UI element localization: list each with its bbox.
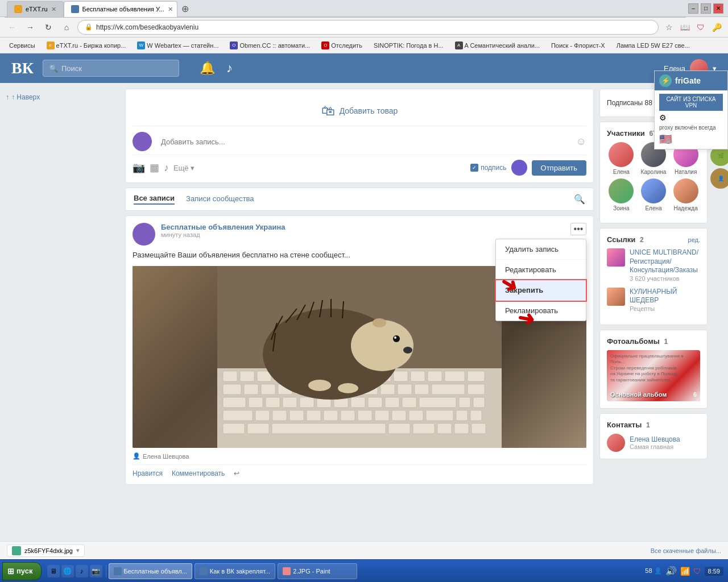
- toolbar-actions: ☆ 📖 🛡 🔑: [662, 20, 723, 34]
- post-composer: 🛍 Добавить товар ☺ 📷 ▦ ♪ Ещё ▾ ✓: [125, 89, 594, 183]
- back-to-top[interactable]: ↑ ↑ Наверх: [6, 89, 119, 106]
- svg-rect-49: [307, 410, 321, 421]
- links-edit[interactable]: ред.: [688, 236, 700, 243]
- svg-rect-27: [398, 384, 412, 394]
- subscribe-checkbox[interactable]: ✓ подпись: [470, 164, 506, 172]
- member-elena2[interactable]: Елена: [639, 178, 668, 211]
- tab-etxt[interactable]: eTXT.ru ✕: [7, 1, 64, 17]
- post-group-avatar: [133, 223, 155, 246]
- taskbar-item-2[interactable]: Как в ВК заkреплят...: [195, 563, 275, 579]
- svg-rect-48: [289, 410, 304, 421]
- context-pin[interactable]: Закрепить: [496, 280, 586, 301]
- link-title-unice: UNICE MULTIBRAND/ Регистрация/ Консульта…: [630, 248, 700, 275]
- volume-icon[interactable]: 🔊: [665, 566, 677, 576]
- like-button[interactable]: Нравится: [133, 469, 163, 477]
- svg-rect-56: [426, 410, 453, 421]
- music-attach-icon[interactable]: ♪: [164, 162, 169, 174]
- camera-icon[interactable]: 📷: [133, 161, 145, 174]
- emoji-icon[interactable]: ☺: [576, 136, 586, 148]
- vk-header: ВК 🔍 Поиск 🔔 ♪ Елена ▾ ⚡ friGate САЙТ ИЗ…: [0, 53, 728, 83]
- antivirus-icon[interactable]: 🛡: [693, 567, 701, 576]
- reading-list-button[interactable]: 📖: [678, 20, 692, 34]
- vk-search-box[interactable]: 🔍 Поиск: [43, 60, 179, 77]
- tab-close-etxt[interactable]: ✕: [51, 6, 56, 13]
- taskbar-item-3[interactable]: 2.JPG - Paint: [278, 563, 357, 579]
- new-tab-button[interactable]: ⊕: [177, 1, 193, 17]
- more-icon[interactable]: Ещё ▾: [173, 164, 195, 172]
- post-meta: Бесплатные объявления Украина минуту наз…: [161, 223, 565, 238]
- bookmark-star-button[interactable]: ☆: [662, 20, 676, 34]
- bookmark-otsledit[interactable]: О Отследить: [317, 40, 367, 51]
- contact-elena[interactable]: Елена Шевцова Самая главная: [607, 434, 700, 452]
- comment-button[interactable]: Комментировать: [172, 469, 225, 477]
- member-avatar-nadezhda: [673, 178, 698, 203]
- bookmark-obmen[interactable]: O Obmen.CC :: автомати...: [225, 40, 315, 51]
- member-zoina[interactable]: Зоина: [607, 178, 636, 211]
- up-arrow-icon: ↑: [6, 93, 9, 101]
- bookmark-servisy[interactable]: Сервисы: [5, 41, 40, 50]
- start-button[interactable]: ⊞ пуск: [2, 562, 42, 580]
- post-input-field[interactable]: [156, 133, 572, 151]
- grid-icon[interactable]: ▦: [150, 161, 159, 174]
- bookmark-lampa[interactable]: Лампа LED 5W E27 све...: [612, 41, 694, 50]
- download-item[interactable]: z5k6FYF4dxk.jpg ▾: [7, 544, 85, 557]
- lastpass-button[interactable]: 🔑: [710, 20, 723, 34]
- taskbar-items: Бесплатные объявл... Как в ВК заkреплят.…: [109, 563, 643, 579]
- user-circle-icon[interactable]: [511, 160, 527, 176]
- taskbar-label-2: Как в ВК заkреплят...: [210, 568, 270, 575]
- bookmark-florist[interactable]: Поиск - Флорист-Х: [547, 41, 610, 50]
- back-button[interactable]: ←: [5, 20, 19, 35]
- ql-media[interactable]: 📷: [90, 565, 102, 577]
- bookmark-semantic[interactable]: A A Семантический анали...: [450, 40, 544, 51]
- ql-winamp[interactable]: ♪: [76, 565, 88, 577]
- photo-album[interactable]: Официальне працевлаштування в Поль...Стр…: [607, 350, 700, 401]
- tab-community-posts[interactable]: Записи сообщества: [186, 194, 254, 204]
- main-content: 🛍 Добавить товар ☺ 📷 ▦ ♪ Ещё ▾ ✓: [125, 89, 594, 517]
- ql-show-desktop[interactable]: 🖥: [47, 565, 60, 577]
- context-advertise[interactable]: Рекламировать: [496, 301, 586, 321]
- all-downloads-link[interactable]: Все скаченные файлы...: [651, 547, 721, 554]
- context-edit[interactable]: Редактировать: [496, 260, 586, 280]
- link-info-culinary: КУЛИНАРНЫЙ ШЕДЕВР Рецепты: [630, 288, 700, 312]
- bell-icon[interactable]: 🔔: [200, 61, 215, 76]
- bookmark-webartex[interactable]: W W Webartex — статейн...: [133, 40, 223, 51]
- reload-button[interactable]: ↻: [41, 20, 56, 35]
- member-elena1[interactable]: Елена: [607, 142, 636, 175]
- svg-rect-32: [249, 397, 263, 408]
- bookmark-etxt[interactable]: e eTXT.ru - Биржа копир...: [42, 40, 131, 51]
- link-unice[interactable]: UNICE MULTIBRAND/ Регистрация/ Консульта…: [607, 248, 700, 282]
- post-group-name[interactable]: Бесплатные объявления Украина: [161, 223, 565, 231]
- maximize-button[interactable]: □: [701, 3, 711, 14]
- add-product-section: 🛍 Добавить товар: [133, 96, 586, 126]
- network-icon[interactable]: 📶: [680, 567, 690, 576]
- frigate-proxy-row: ⚙: [659, 113, 723, 122]
- close-button[interactable]: ✕: [713, 3, 723, 14]
- context-delete[interactable]: Удалить запись: [496, 239, 586, 260]
- add-product-label: Добавить товар: [340, 106, 398, 115]
- submit-button[interactable]: Отправить: [532, 160, 586, 176]
- avast-button[interactable]: 🛡: [694, 20, 708, 34]
- taskbar-item-1[interactable]: Бесплатные объявл...: [109, 563, 192, 579]
- posts-search-icon[interactable]: 🔍: [574, 194, 585, 205]
- left-sidebar: ↑ ↑ Наверх: [6, 89, 119, 517]
- ssl-lock-icon: 🔒: [85, 23, 93, 31]
- tab-close-vk[interactable]: ✕: [168, 6, 173, 13]
- bookmark-label-otsledit: Отследить: [331, 42, 362, 49]
- home-button[interactable]: ⌂: [59, 20, 74, 35]
- member-nadezhda[interactable]: Надежда: [671, 178, 700, 211]
- minimize-button[interactable]: –: [688, 3, 698, 14]
- tab-all-posts[interactable]: Все записи: [134, 194, 175, 205]
- bookmark-label-servisy: Сервисы: [9, 42, 35, 49]
- share-button[interactable]: ↩: [234, 469, 239, 477]
- forward-button[interactable]: →: [23, 20, 38, 35]
- bookmark-sinoptik[interactable]: SINOPTIK: Погода в Н...: [369, 41, 448, 50]
- tab-vk[interactable]: Бесплатные объявления У... ✕: [64, 1, 177, 17]
- address-bar[interactable]: 🔒 https://vk.com/besedkaobyavleniu: [77, 20, 659, 35]
- member-name-zoina: Зоина: [607, 205, 636, 211]
- svg-rect-12: [394, 371, 408, 381]
- social-widget-4[interactable]: 👤: [710, 168, 728, 189]
- ql-ie[interactable]: 🌐: [61, 565, 74, 577]
- link-culinary[interactable]: КУЛИНАРНЫЙ ШЕДЕВР Рецепты: [607, 288, 700, 312]
- post-options-button[interactable]: •••: [570, 223, 586, 235]
- music-icon[interactable]: ♪: [226, 61, 233, 76]
